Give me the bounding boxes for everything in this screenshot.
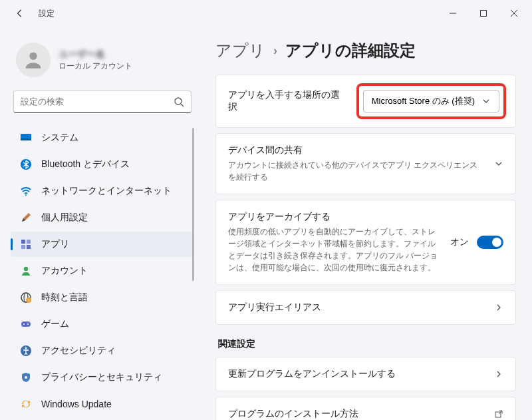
card-description: 使用頻度の低いアプリを自動的にアーカイブして、ストレージ領域とインターネット帯域… <box>228 226 440 274</box>
sidebar: ユーザー名 ローカル アカウント システム Bluetooth とデバイス ネッ… <box>0 27 200 420</box>
svg-point-24 <box>25 376 27 379</box>
window-title: 設定 <box>39 8 55 19</box>
svg-rect-1 <box>481 11 487 17</box>
sidebar-item-bluetooth[interactable]: Bluetooth とデバイス <box>11 152 194 177</box>
chevron-right-icon <box>494 369 503 379</box>
sidebar-item-system[interactable]: システム <box>11 125 194 150</box>
wifi-icon <box>20 185 32 197</box>
person-icon <box>22 49 45 71</box>
breadcrumb-parent[interactable]: アプリ <box>215 40 265 61</box>
sidebar-item-label: システム <box>41 132 78 144</box>
sidebar-item-label: アプリ <box>41 238 69 250</box>
svg-point-23 <box>25 347 27 349</box>
search-input[interactable] <box>21 97 174 106</box>
sidebar-item-label: アクセシビリティ <box>41 345 116 357</box>
sidebar-item-accounts[interactable]: アカウント <box>11 258 194 284</box>
card-title: デバイス間の共有 <box>228 144 483 156</box>
card-title: 更新プログラムをアンインストールする <box>228 368 483 380</box>
gamepad-icon <box>20 318 32 330</box>
apps-icon <box>20 238 32 250</box>
card-title: アプリを入手する場所の選択 <box>228 89 348 113</box>
breadcrumb: アプリ › アプリの詳細設定 <box>215 40 516 61</box>
page-title: アプリの詳細設定 <box>285 40 416 61</box>
search-box[interactable] <box>13 91 192 113</box>
svg-line-6 <box>181 104 184 106</box>
toggle-state-label: オン <box>450 236 469 248</box>
svg-point-15 <box>24 267 28 271</box>
card-title: アプリ実行エイリアス <box>228 302 483 314</box>
sidebar-item-network[interactable]: ネットワークとインターネット <box>11 178 194 204</box>
user-name: ユーザー名 <box>59 49 132 61</box>
sidebar-item-time-language[interactable]: 時刻と言語 <box>11 285 194 310</box>
svg-point-20 <box>23 323 25 325</box>
monitor-icon <box>20 132 32 144</box>
user-block[interactable]: ユーザー名 ローカル アカウント <box>11 35 194 91</box>
svg-rect-14 <box>27 245 31 249</box>
sidebar-item-personalization[interactable]: 個人用設定 <box>11 205 194 230</box>
sidebar-item-label: Windows Update <box>41 399 112 409</box>
app-source-dropdown[interactable]: Microsoft Store のみ (推奨) <box>363 90 499 112</box>
chevron-right-icon <box>494 303 503 312</box>
card-archive-apps: アプリをアーカイブする 使用頻度の低いアプリを自動的にアーカイブして、ストレージ… <box>215 200 516 285</box>
sidebar-item-accessibility[interactable]: アクセシビリティ <box>11 338 194 363</box>
close-icon <box>511 10 517 17</box>
card-device-share[interactable]: デバイス間の共有 アカウントに接続されている他のデバイスでアプリ エクスペリエン… <box>215 133 516 194</box>
svg-rect-19 <box>21 321 31 327</box>
section-heading-related: 関連設定 <box>218 338 516 350</box>
svg-point-21 <box>27 323 29 325</box>
card-app-alias[interactable]: アプリ実行エイリアス <box>215 290 516 325</box>
sidebar-item-apps[interactable]: アプリ <box>11 232 194 257</box>
chevron-right-icon: › <box>273 44 277 58</box>
highlight-annotation: Microsoft Store のみ (推奨) <box>359 86 503 116</box>
sidebar-item-windows-update[interactable]: Windows Update <box>11 391 194 417</box>
search-icon <box>174 97 184 107</box>
svg-point-10 <box>25 194 27 196</box>
card-description: アカウントに接続されている他のデバイスでアプリ エクスペリエンスを続行する <box>228 159 483 183</box>
sidebar-item-label: 時刻と言語 <box>41 292 88 304</box>
card-install-method[interactable]: プログラムのインストール方法 <box>215 397 516 420</box>
dropdown-value: Microsoft Store のみ (推奨) <box>372 95 475 107</box>
card-app-source: アプリを入手する場所の選択 Microsoft Store のみ (推奨) <box>215 75 516 128</box>
titlebar: 設定 <box>0 0 532 27</box>
maximize-button[interactable] <box>468 0 499 27</box>
sidebar-item-label: 個人用設定 <box>41 212 88 224</box>
svg-rect-12 <box>27 240 31 244</box>
svg-point-4 <box>29 53 37 60</box>
archive-toggle[interactable] <box>477 236 503 249</box>
card-title: アプリをアーカイブする <box>228 211 440 223</box>
sidebar-item-gaming[interactable]: ゲーム <box>11 312 194 337</box>
minimize-icon <box>450 10 456 17</box>
svg-point-5 <box>175 98 182 105</box>
user-account-type: ローカル アカウント <box>59 61 132 72</box>
svg-rect-11 <box>21 240 25 244</box>
back-button[interactable] <box>13 7 27 20</box>
update-icon <box>20 398 32 410</box>
card-uninstall-updates[interactable]: 更新プログラムをアンインストールする <box>215 357 516 391</box>
sidebar-item-label: ゲーム <box>41 318 69 330</box>
globe-clock-icon <box>20 292 32 304</box>
chevron-down-icon <box>481 97 491 106</box>
arrow-left-icon <box>15 9 25 18</box>
svg-rect-13 <box>21 245 25 249</box>
card-title: プログラムのインストール方法 <box>228 408 483 420</box>
sidebar-item-label: プライバシーとセキュリティ <box>41 371 162 383</box>
minimize-button[interactable] <box>438 0 468 27</box>
close-button[interactable] <box>499 0 529 27</box>
avatar <box>16 43 51 77</box>
accessibility-icon <box>20 345 32 357</box>
sidebar-scrollbar[interactable] <box>192 128 194 281</box>
sidebar-item-label: アカウント <box>41 265 88 277</box>
shield-icon <box>20 371 32 383</box>
bluetooth-icon <box>20 158 32 170</box>
maximize-icon <box>480 10 487 17</box>
sidebar-item-label: Bluetooth とデバイス <box>41 158 130 170</box>
external-link-icon <box>494 409 503 419</box>
chevron-down-icon <box>494 159 503 168</box>
account-icon <box>20 265 32 277</box>
brush-icon <box>20 212 32 224</box>
sidebar-item-label: ネットワークとインターネット <box>41 185 172 197</box>
svg-rect-8 <box>21 138 31 140</box>
sidebar-item-privacy[interactable]: プライバシーとセキュリティ <box>11 365 194 390</box>
main-content: アプリ › アプリの詳細設定 アプリを入手する場所の選択 Microsoft S… <box>200 27 532 420</box>
